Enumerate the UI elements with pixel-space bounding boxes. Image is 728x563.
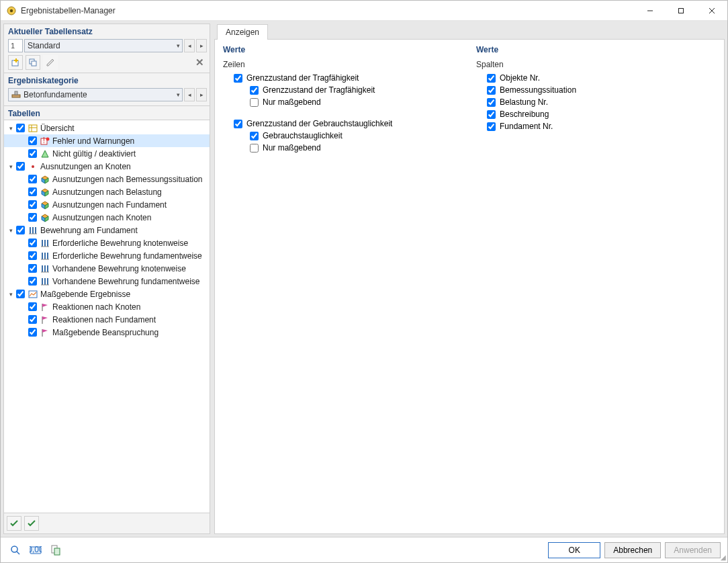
tree-checkbox[interactable] — [28, 175, 37, 183]
tree-label: Ausnutzungen nach Fundament — [52, 200, 167, 210]
tree-row[interactable]: Ausnutzungen nach Knoten — [4, 211, 210, 224]
tree-row[interactable]: !Fehler und Warnungen — [4, 134, 210, 147]
tree-toggle[interactable]: ▾ — [7, 163, 15, 170]
column-item: Fundament Nr. — [476, 120, 716, 132]
dialog-footer: 0,00 OK Abbrechen Anwenden — [1, 537, 727, 562]
row-group-checkbox[interactable] — [234, 74, 242, 83]
search-button[interactable] — [7, 542, 24, 558]
tree-checkbox[interactable] — [28, 328, 37, 337]
delete-tableset-button[interactable]: ✕ — [192, 55, 207, 70]
ok-button[interactable]: OK — [548, 542, 600, 558]
tree-checkbox[interactable] — [16, 162, 25, 171]
tree-checkbox[interactable] — [28, 239, 37, 247]
svg-point-17 — [32, 165, 34, 168]
tree-row[interactable]: Erforderliche Bewehrung fundamentweise — [4, 249, 210, 262]
tree-row[interactable]: Vorhandene Bewehrung knotenweise — [4, 262, 210, 275]
tree-checkbox[interactable] — [28, 136, 37, 145]
tree-checkbox[interactable] — [28, 251, 37, 260]
units-button[interactable]: 0,00 — [28, 542, 44, 558]
copy-tableset-button[interactable] — [26, 55, 40, 70]
cancel-button[interactable]: Abbrechen — [604, 542, 661, 558]
column-item-checkbox[interactable] — [487, 74, 496, 83]
column-item-checkbox[interactable] — [487, 86, 496, 95]
edit-tableset-button[interactable] — [43, 55, 58, 70]
tree-checkbox[interactable] — [16, 124, 25, 132]
tableset-dropdown[interactable]: Standard ▾ — [24, 39, 183, 52]
minimize-button[interactable] — [635, 1, 666, 21]
column-item-label: Bemessungssituation — [500, 85, 576, 95]
resize-grip[interactable]: ◢ — [721, 554, 726, 561]
column-item-checkbox[interactable] — [487, 110, 496, 119]
tree-label: Nicht gültig / deaktiviert — [52, 149, 136, 159]
tree-row[interactable]: Reaktionen nach Fundament — [4, 313, 210, 326]
tree-label: Ausnutzungen nach Knoten — [52, 213, 151, 222]
category-next-button[interactable]: ▸ — [196, 88, 207, 101]
tree-row[interactable]: Nicht gültig / deaktiviert — [4, 147, 210, 160]
tree-row[interactable]: ▾Maßgebende Ergebnisse — [4, 288, 210, 300]
svg-rect-3 — [679, 8, 684, 13]
tableset-prev-button[interactable]: ◂ — [184, 39, 195, 52]
tree-toggle[interactable]: ▾ — [7, 125, 15, 132]
row-group-checkbox[interactable] — [234, 120, 242, 128]
export-button[interactable] — [48, 542, 64, 558]
tab-anzeigen[interactable]: Anzeigen — [217, 24, 268, 40]
tree-checkbox[interactable] — [28, 187, 37, 196]
tree-row[interactable]: Maßgebende Beanspruchung — [4, 326, 210, 339]
row-item: Nur maßgebend — [223, 96, 463, 108]
apply-button[interactable]: Anwenden — [665, 542, 721, 558]
tree-toggle[interactable]: ▾ — [7, 291, 15, 298]
column-item-checkbox[interactable] — [487, 98, 496, 107]
tree-checkbox[interactable] — [16, 226, 25, 234]
category-dropdown[interactable]: Betonfundamente ▾ — [8, 88, 183, 101]
tree-checkbox[interactable] — [28, 264, 37, 273]
tree-row[interactable]: Ausnutzungen nach Fundament — [4, 198, 210, 211]
tree-label: Bewehrung am Fundament — [40, 226, 138, 235]
uncheck-all-button[interactable] — [24, 516, 39, 531]
check-all-button[interactable] — [7, 516, 21, 531]
category-value: Betonfundamente — [24, 90, 87, 99]
tree-checkbox[interactable] — [16, 290, 25, 298]
tree-label: Vorhandene Bewehrung knotenweise — [52, 264, 186, 273]
tree-toggle[interactable]: ▾ — [7, 227, 15, 234]
tree-row[interactable]: ▾Ausnutzungen an Knoten — [4, 160, 210, 173]
svg-rect-10 — [15, 91, 17, 95]
svg-rect-6 — [12, 60, 18, 66]
tree-row[interactable]: Erforderliche Bewehrung knotenweise — [4, 236, 210, 249]
tree-checkbox[interactable] — [28, 213, 37, 222]
tables-tree[interactable]: ▾Übersicht!Fehler und WarnungenNicht gül… — [4, 120, 210, 513]
tableset-next-button[interactable]: ▸ — [196, 39, 207, 52]
row-item-checkbox[interactable] — [250, 132, 259, 140]
svg-rect-48 — [54, 548, 60, 555]
results-icon — [28, 289, 38, 300]
column-item-checkbox[interactable] — [487, 122, 496, 131]
row-item-checkbox[interactable] — [250, 144, 259, 153]
tree-label: Übersicht — [40, 124, 75, 133]
tree-checkbox[interactable] — [28, 200, 37, 209]
new-tableset-button[interactable] — [8, 55, 23, 70]
rows-column: Werte Zeilen Grenzzustand der Tragfähigk… — [223, 45, 463, 528]
tree-checkbox[interactable] — [28, 277, 37, 286]
tree-checkbox[interactable] — [28, 149, 37, 158]
svg-point-16 — [46, 137, 50, 140]
tree-row[interactable]: Ausnutzungen nach Bemessungssituation — [4, 173, 210, 185]
tree-row[interactable]: Ausnutzungen nach Belastung — [4, 185, 210, 198]
column-item-label: Belastung Nr. — [500, 97, 548, 107]
tree-row[interactable]: Vorhandene Bewehrung fundamentweise — [4, 275, 210, 288]
close-button[interactable] — [696, 1, 727, 21]
svg-text:!: ! — [43, 136, 45, 145]
tree-checkbox[interactable] — [28, 302, 37, 311]
cube-icon — [40, 212, 50, 223]
tree-row[interactable]: ▾Übersicht — [4, 122, 210, 134]
row-item-checkbox[interactable] — [250, 86, 259, 95]
tree-row[interactable]: ▾Bewehrung am Fundament — [4, 224, 210, 236]
column-item-label: Objekte Nr. — [500, 73, 540, 83]
category-prev-button[interactable]: ◂ — [184, 88, 195, 101]
tree-row[interactable]: Reaktionen nach Knoten — [4, 300, 210, 313]
category-header: Ergebniskategorie — [4, 73, 210, 87]
row-item: Grenzzustand der Tragfähigkeit — [223, 84, 463, 96]
tree-checkbox[interactable] — [28, 315, 37, 324]
row-item-checkbox[interactable] — [250, 98, 259, 107]
rebar-icon — [28, 225, 38, 236]
invalid-icon — [40, 148, 50, 159]
maximize-button[interactable] — [666, 1, 696, 21]
